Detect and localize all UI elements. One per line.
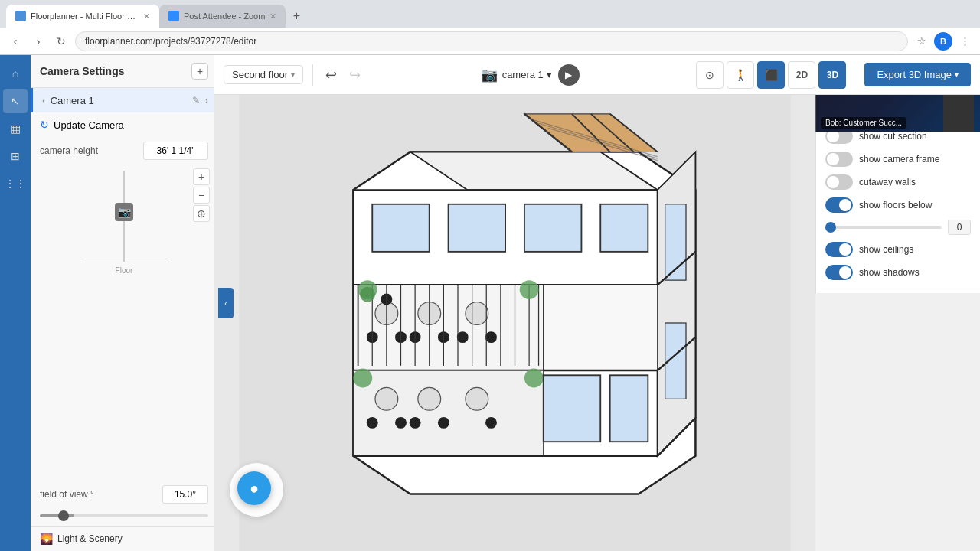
building-container xyxy=(214,95,815,551)
video-label: Bob: Customer Succ... xyxy=(821,117,906,129)
floors-below-slider-input[interactable] xyxy=(825,226,942,229)
svg-rect-13 xyxy=(372,204,430,252)
fov-slider-row xyxy=(31,507,217,526)
fov-label: field of view ° xyxy=(40,489,94,500)
camera-position-thumb[interactable]: 📷 xyxy=(115,203,133,221)
update-camera-button[interactable]: ↻ Update Camera xyxy=(31,112,217,137)
undo-button[interactable]: ↩ xyxy=(322,64,340,86)
panel-header: Camera Settings + xyxy=(31,55,217,88)
camera-select-area: 📷 camera 1 ▾ xyxy=(481,67,552,83)
main-canvas[interactable]: ● xyxy=(214,95,815,551)
floor-selector-label: Second floor xyxy=(232,69,288,80)
light-scenery-button[interactable]: 🌄 Light & Scenery xyxy=(31,526,217,551)
camera-selector-label: camera 1 xyxy=(502,69,544,80)
sidebar-cursor-icon[interactable]: ↖ xyxy=(3,89,28,113)
svg-point-62 xyxy=(524,369,544,388)
floating-action-button[interactable]: ● xyxy=(237,471,271,505)
svg-point-58 xyxy=(410,417,421,429)
shadows-label: show shadows xyxy=(859,267,971,278)
sidebar-grid-icon[interactable]: ⋮⋮ xyxy=(3,171,28,196)
floor-selector[interactable]: Second floor ▾ xyxy=(224,65,303,84)
camera-frame-row: show camera frame xyxy=(825,148,971,171)
ceilings-slider xyxy=(825,242,853,257)
tab-close-2[interactable]: ✕ xyxy=(270,11,276,21)
svg-rect-52 xyxy=(353,370,543,456)
2d-view-button[interactable]: 2D xyxy=(788,61,815,89)
camera-panel: Camera Settings + ‹ Camera 1 ✎ › ↻ Updat… xyxy=(31,55,218,551)
export-dropdown-icon: ▾ xyxy=(955,70,959,79)
orbit-view-button[interactable]: ⊙ xyxy=(696,61,724,89)
camera-frame-toggle[interactable] xyxy=(825,152,853,167)
profile-button[interactable]: B xyxy=(934,32,952,51)
bookmark-icon[interactable]: ☆ xyxy=(913,32,931,51)
sidebar-layout-icon[interactable]: ▦ xyxy=(3,116,28,141)
collapse-panel-button[interactable]: ‹ xyxy=(218,288,234,318)
svg-point-31 xyxy=(457,331,469,343)
camera-height-input[interactable] xyxy=(143,142,208,160)
person-body xyxy=(943,93,974,132)
floor-selector-arrow-icon: ▾ xyxy=(291,70,295,79)
sidebar-icons: ⌂ ↖ ▦ ⊞ ⋮⋮ xyxy=(0,55,31,551)
camera-next-button[interactable]: › xyxy=(204,94,208,106)
zoom-in-button[interactable]: + xyxy=(193,168,210,185)
svg-point-57 xyxy=(438,417,449,429)
walk-view-button[interactable]: 🚶 xyxy=(727,61,754,89)
3d-label: 3D xyxy=(827,70,838,80)
browser-chrome: Floorplanner - Multi Floor & Mu... ✕ Pos… xyxy=(0,0,980,55)
floors-below-toggle[interactable] xyxy=(825,197,853,213)
fov-slider[interactable] xyxy=(40,514,208,517)
zoom-out-button[interactable]: − xyxy=(193,187,210,204)
light-label: Light & Scenery xyxy=(57,533,122,544)
refresh-button[interactable]: ↻ xyxy=(52,32,70,51)
tab-bar: Floorplanner - Multi Floor & Mu... ✕ Pos… xyxy=(0,0,980,28)
svg-point-30 xyxy=(485,331,497,343)
svg-marker-4 xyxy=(658,152,696,456)
add-camera-button[interactable]: + xyxy=(191,63,208,80)
svg-point-60 xyxy=(485,417,497,429)
back-button[interactable]: ‹ xyxy=(6,32,24,51)
floor-marker: Floor xyxy=(82,262,166,262)
camera-thumb-icon: 📷 xyxy=(118,206,131,218)
floors-below-row: show floors below xyxy=(825,194,971,217)
cutaway-label: cutaway walls xyxy=(859,177,971,187)
shadows-row: show shadows xyxy=(825,261,971,284)
3d-view-cube-button[interactable]: ⬛ xyxy=(757,61,785,89)
svg-point-48 xyxy=(520,280,539,299)
cutaway-slider xyxy=(825,174,853,190)
sidebar-home-icon[interactable]: ⌂ xyxy=(3,61,28,86)
svg-point-55 xyxy=(367,417,378,429)
fit-view-button[interactable]: ⊕ xyxy=(193,205,210,222)
cut-section-label: show cut section xyxy=(859,131,971,142)
active-tab[interactable]: Floorplanner - Multi Floor & Mu... ✕ xyxy=(6,5,159,28)
fov-input[interactable] xyxy=(162,485,208,504)
camera-back-button[interactable]: ‹ xyxy=(42,94,46,106)
inactive-tab[interactable]: Post Attendee - Zoom ✕ xyxy=(159,5,286,28)
svg-rect-49 xyxy=(544,285,658,370)
camera-height-label: camera height xyxy=(40,145,98,156)
light-icon: 🌄 xyxy=(40,533,53,545)
floors-below-slider xyxy=(825,197,853,213)
play-button[interactable]: ▶ xyxy=(558,64,580,86)
camera-selector-arrow-icon: ▾ xyxy=(547,69,552,80)
svg-rect-63 xyxy=(544,375,601,442)
svg-point-47 xyxy=(360,287,375,302)
3d-view-button[interactable]: 3D xyxy=(818,61,846,89)
panel-title: Camera Settings xyxy=(40,65,124,77)
new-tab-button[interactable]: + xyxy=(286,5,307,27)
camera-edit-button[interactable]: ✎ xyxy=(192,95,200,106)
tab-close-1[interactable]: ✕ xyxy=(143,11,150,21)
sidebar-layers-icon[interactable]: ⊞ xyxy=(3,144,28,168)
building-3d-view xyxy=(214,95,815,551)
camera-name-selector[interactable]: camera 1 ▾ xyxy=(502,69,552,80)
toolbar-separator-1 xyxy=(312,64,313,86)
ceilings-row: show ceilings xyxy=(825,238,971,261)
ceilings-toggle[interactable] xyxy=(825,242,853,257)
export-button[interactable]: Export 3D Image ▾ xyxy=(864,63,971,86)
toolbar: Second floor ▾ ↩ ↪ 📷 camera 1 ▾ ▶ ⊙ 🚶 ⬛ … xyxy=(214,55,980,95)
url-bar[interactable]: floorplanner.com/projects/93727278/edito… xyxy=(75,31,908,51)
menu-icon[interactable]: ⋮ xyxy=(956,32,974,51)
redo-button[interactable]: ↪ xyxy=(346,64,364,86)
shadows-toggle[interactable] xyxy=(825,265,853,280)
cutaway-toggle[interactable] xyxy=(825,174,853,190)
forward-button[interactable]: › xyxy=(29,32,47,51)
